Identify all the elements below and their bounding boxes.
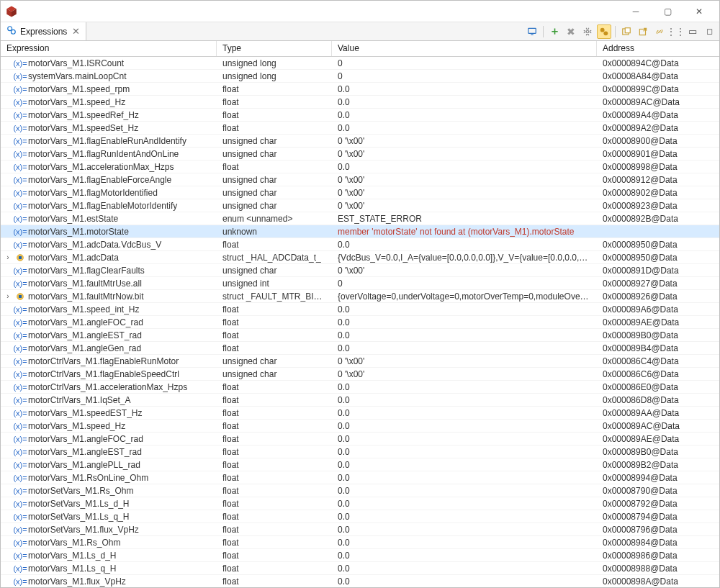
table-row[interactable]: (x)=motorVars_M1.flagRunIdentAndOnLineun… <box>1 148 719 160</box>
table-row[interactable]: (x)=motorVars_M1.angleEST_radfloat0.00x0… <box>1 329 719 342</box>
value-cell[interactable]: 0 '\x00' <box>332 175 597 185</box>
table-row[interactable]: (x)=motorVars_M1.angleFOC_radfloat0.00x0… <box>1 433 719 445</box>
value-cell[interactable]: 0.0 <box>332 551 597 561</box>
value-cell[interactable]: 0 <box>332 58 597 68</box>
header-address[interactable]: Address <box>597 41 712 56</box>
remove-icon[interactable]: ✖ <box>564 24 578 39</box>
exporttab-icon[interactable] <box>636 24 650 39</box>
maximize-button[interactable]: ▢ <box>652 1 683 22</box>
value-cell[interactable]: 0.0 <box>332 460 597 470</box>
table-row[interactable]: (x)=motorVars_M1.speedEST_Hzfloat0.00x00… <box>1 407 719 420</box>
value-cell[interactable]: 0.0 <box>332 84 597 94</box>
value-cell[interactable]: 0.0 <box>332 343 597 353</box>
value-cell[interactable]: 0.0 <box>332 240 597 250</box>
value-cell[interactable]: 0.0 <box>332 525 597 535</box>
table-row[interactable]: (x)=systemVars.mainLoopCntunsigned long0… <box>1 70 719 83</box>
value-cell[interactable]: 0 '\x00' <box>332 149 597 159</box>
close-icon[interactable]: ✕ <box>71 26 81 37</box>
value-cell[interactable]: 0.0 <box>332 564 597 574</box>
settings-icon[interactable] <box>580 24 595 39</box>
table-row[interactable]: (x)=motorVars_M1.accelerationMax_Hzpsflo… <box>1 160 719 173</box>
table-row[interactable]: (x)=motorVars_M1.flagEnableForceAngleuns… <box>1 173 719 186</box>
expander-icon[interactable]: › <box>4 253 12 261</box>
value-cell[interactable]: 0.0 <box>332 110 597 120</box>
minimize-view-icon[interactable]: ▭ <box>685 24 700 39</box>
value-cell[interactable]: 0 '\x00' <box>332 356 597 366</box>
table-row[interactable]: (x)=motorVars_M1.anglePLL_radfloat0.00x0… <box>1 458 719 471</box>
table-row[interactable]: (x)=motorVars_M1.speed_rpmfloat0.00x0000… <box>1 83 719 96</box>
table-row[interactable]: ›motorVars_M1.faultMtrNow.bitstruct _FAU… <box>1 290 719 303</box>
expander-icon[interactable]: › <box>4 292 12 300</box>
tab-expressions[interactable]: Expressions ✕ <box>1 22 86 40</box>
table-row[interactable]: (x)=motorVars_M1.speed_Hzfloat0.00x00008… <box>1 96 719 109</box>
header-type[interactable]: Type <box>217 41 332 56</box>
value-cell[interactable]: EST_STATE_ERROR <box>332 214 597 224</box>
value-cell[interactable]: 0.0 <box>332 538 597 548</box>
table-row[interactable]: ›motorVars_M1.adcDatastruct _HAL_ADCData… <box>1 251 719 264</box>
table-row[interactable]: (x)=motorVars_M1.angleFOC_radfloat0.00x0… <box>1 316 719 329</box>
plus-icon[interactable]: ＋ <box>547 24 562 39</box>
value-cell[interactable]: 0 '\x00' <box>332 136 597 146</box>
value-cell[interactable]: 0.0 <box>332 421 597 431</box>
table-row[interactable]: (x)=motorVars_M1.speedRef_Hzfloat0.00x00… <box>1 109 719 122</box>
table-row[interactable]: (x)=motorVars_M1.speed_Hzfloat0.00x00008… <box>1 420 719 433</box>
value-cell[interactable]: 0.0 <box>332 408 597 418</box>
value-cell[interactable]: 0.0 <box>332 447 597 457</box>
value-cell[interactable]: 0 <box>332 71 597 81</box>
table-row[interactable]: (x)=motorCtrlVars_M1.IqSet_Afloat0.00x00… <box>1 394 719 407</box>
table-row[interactable]: (x)=motorVars_M1.ISRCountunsigned long00… <box>1 57 719 70</box>
value-cell[interactable]: 0 '\x00' <box>332 369 597 379</box>
table-row[interactable]: (x)=motorVars_M1.Rs_Ohmfloat0.00x0000898… <box>1 536 719 549</box>
table-row[interactable]: (x)=motorVars_M1.Ls_d_Hfloat0.00x0000898… <box>1 549 719 562</box>
table-row[interactable]: (x)=motorVars_M1.flagMotorIdentifiedunsi… <box>1 186 719 199</box>
value-cell[interactable]: 0.0 <box>332 434 597 444</box>
table-row[interactable]: (x)=motorSetVars_M1.flux_VpHzfloat0.00x0… <box>1 523 719 536</box>
table-row[interactable]: (x)=motorVars_M1.estStateenum <unnamed>E… <box>1 212 719 225</box>
table-row[interactable]: (x)=motorVars_M1.RsOnLine_Ohmfloat0.00x0… <box>1 471 719 484</box>
value-cell[interactable]: member 'motorState' not found at (motorV… <box>332 227 597 237</box>
table-row[interactable]: (x)=motorVars_M1.flux_VpHzfloat0.00x0000… <box>1 575 719 588</box>
link-icon[interactable] <box>652 24 667 39</box>
table-row[interactable]: (x)=motorVars_M1.flagClearFaultsunsigned… <box>1 264 719 277</box>
value-cell[interactable]: 0.0 <box>332 486 597 496</box>
expressions-table[interactable]: (x)=motorVars_M1.ISRCountunsigned long00… <box>1 57 719 588</box>
table-row[interactable]: (x)=motorVars_M1.angleEST_radfloat0.00x0… <box>1 445 719 458</box>
table-row[interactable]: (x)=motorVars_M1.flagEnableRunAndIdentif… <box>1 135 719 148</box>
value-cell[interactable]: 0.0 <box>332 512 597 522</box>
minimize-button[interactable]: ─ <box>620 1 652 22</box>
value-cell[interactable]: 0.0 <box>332 499 597 509</box>
value-cell[interactable]: 0.0 <box>332 162 597 172</box>
value-cell[interactable]: 0.0 <box>332 97 597 107</box>
value-cell[interactable]: 0.0 <box>332 330 597 340</box>
value-cell[interactable]: 0 '\x00' <box>332 201 597 211</box>
value-cell[interactable]: 0.0 <box>332 576 597 587</box>
table-row[interactable]: (x)=motorVars_M1.speed_int_Hzfloat0.00x0… <box>1 303 719 316</box>
value-cell[interactable]: 0.0 <box>332 382 597 392</box>
value-cell[interactable]: 0.0 <box>332 317 597 327</box>
table-row[interactable]: (x)=motorVars_M1.Ls_q_Hfloat0.00x0000898… <box>1 562 719 575</box>
value-cell[interactable]: 0.0 <box>332 123 597 133</box>
table-row[interactable]: (x)=motorCtrlVars_M1.flagEnableSpeedCtrl… <box>1 368 719 381</box>
newtab-icon[interactable] <box>619 24 634 39</box>
monitor-icon[interactable] <box>525 24 539 39</box>
maximize-view-icon[interactable]: ◻ <box>702 24 716 39</box>
value-cell[interactable]: 0.0 <box>332 395 597 405</box>
value-cell[interactable]: {overVoltage=0,underVoltage=0,motorOverT… <box>332 291 597 302</box>
table-row[interactable]: (x)=motorSetVars_M1.Ls_q_Hfloat0.00x0000… <box>1 510 719 523</box>
table-row[interactable]: (x)=motorSetVars_M1.Rs_Ohmfloat0.00x0000… <box>1 484 719 497</box>
gears-icon[interactable] <box>597 24 611 39</box>
table-row[interactable]: (x)=motorSetVars_M1.Ls_d_Hfloat0.00x0000… <box>1 497 719 510</box>
table-row[interactable]: (x)=motorVars_M1.flagEnableMotorIdentify… <box>1 199 719 212</box>
table-row[interactable]: (x)=motorVars_M1.adcData.VdcBus_Vfloat0.… <box>1 238 719 251</box>
table-row[interactable]: (x)=motorVars_M1.faultMtrUse.allunsigned… <box>1 277 719 290</box>
value-cell[interactable]: 0.0 <box>332 304 597 315</box>
table-row[interactable]: (x)=motorCtrlVars_M1.flagEnableRunMotoru… <box>1 355 719 368</box>
value-cell[interactable]: 0 <box>332 279 597 289</box>
value-cell[interactable]: {VdcBus_V=0.0,I_A={value=[0.0,0.0,0.0]},… <box>332 253 597 263</box>
more-icon[interactable]: ⋮⋮ <box>669 24 683 39</box>
table-row[interactable]: (x)=motorVars_M1.angleGen_radfloat0.00x0… <box>1 342 719 355</box>
table-row[interactable]: (x)=motorVars_M1.motorStateunknownmember… <box>1 225 719 238</box>
value-cell[interactable]: 0 '\x00' <box>332 266 597 276</box>
header-value[interactable]: Value <box>332 41 597 56</box>
header-expression[interactable]: Expression <box>1 41 217 56</box>
